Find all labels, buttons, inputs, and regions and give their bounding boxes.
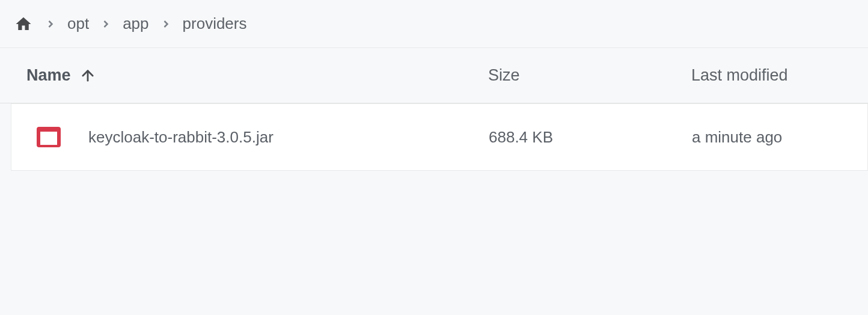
- chevron-right-icon: [160, 18, 172, 30]
- breadcrumb: opt app providers: [0, 0, 868, 48]
- breadcrumb-item-app[interactable]: app: [123, 14, 148, 33]
- file-browser: opt app providers Name Size: [0, 0, 868, 171]
- file-modified: a minute ago: [691, 128, 852, 147]
- table-row[interactable]: keycloak-to-rabbit-3.0.5.jar 688.4 KB a …: [11, 103, 868, 171]
- column-header-size[interactable]: Size: [488, 66, 520, 84]
- chevron-right-icon: [100, 18, 112, 30]
- home-icon[interactable]: [13, 15, 34, 33]
- file-icon: [35, 126, 62, 148]
- chevron-right-icon: [44, 18, 57, 30]
- breadcrumb-item-opt[interactable]: opt: [67, 14, 89, 33]
- file-size: 688.4 KB: [487, 128, 691, 147]
- svg-rect-2: [40, 132, 57, 145]
- column-header-modified[interactable]: Last modified: [691, 66, 788, 84]
- arrow-up-icon[interactable]: [79, 67, 96, 84]
- breadcrumb-item-providers[interactable]: providers: [183, 14, 247, 33]
- file-name: keycloak-to-rabbit-3.0.5.jar: [88, 128, 274, 147]
- column-header-name[interactable]: Name: [26, 66, 71, 85]
- table-header: Name Size Last modified: [0, 48, 868, 103]
